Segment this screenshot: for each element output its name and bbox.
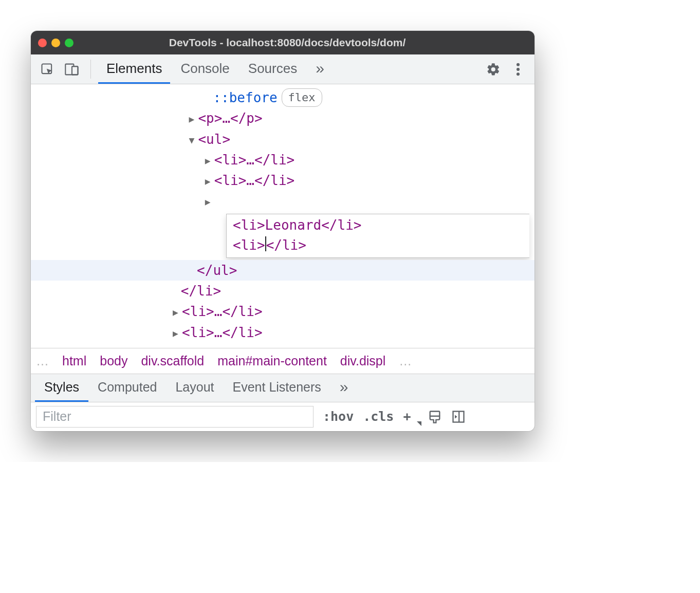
breadcrumb-overflow-left[interactable]: … — [36, 354, 49, 368]
tab-layout[interactable]: Layout — [166, 374, 223, 402]
hov-toggle[interactable]: :hov — [323, 409, 354, 424]
tab-styles[interactable]: Styles — [35, 374, 88, 402]
breadcrumb-item[interactable]: html — [62, 354, 86, 368]
plus-icon: + — [403, 409, 411, 424]
tab-computed[interactable]: Computed — [88, 374, 166, 402]
styles-tabs-overflow[interactable]: » — [330, 374, 358, 402]
styles-filter-input[interactable]: Filter — [36, 406, 314, 428]
toolbar-separator — [90, 60, 91, 79]
main-toolbar: Elements Console Sources » — [31, 54, 535, 84]
svg-point-4 — [517, 63, 520, 66]
tab-label: Elements — [106, 61, 162, 77]
dom-node-row[interactable]: ▶<li>…</li> — [31, 150, 535, 170]
tab-label: Layout — [175, 380, 214, 395]
dom-node-row[interactable]: </ul> — [31, 260, 535, 281]
dom-node: <li>…</li> — [182, 304, 263, 319]
html-edit-box[interactable]: <li>Leonard</li> <li></li> — [226, 214, 529, 258]
tab-console[interactable]: Console — [172, 54, 237, 84]
dom-node: </li> — [181, 283, 221, 299]
tab-label: Computed — [98, 380, 157, 395]
device-toolbar-icon[interactable] — [61, 54, 83, 84]
dom-node-row[interactable]: ▶<p>…</p> — [31, 108, 535, 128]
breadcrumb-item[interactable]: div.scaffold — [141, 354, 204, 368]
window-close-button[interactable] — [38, 39, 47, 47]
tab-event-listeners[interactable]: Event Listeners — [224, 374, 330, 402]
breadcrumb-item[interactable]: main#main-content — [217, 354, 327, 368]
dom-node-row[interactable]: ▶<li>…</li> — [31, 301, 535, 322]
chevron-right-icon: » — [316, 60, 324, 77]
breadcrumb-item[interactable]: div.displ — [340, 354, 385, 368]
svg-point-5 — [517, 67, 520, 70]
tab-label: Styles — [44, 380, 79, 395]
tab-sources[interactable]: Sources — [240, 54, 305, 84]
svg-point-6 — [517, 72, 520, 76]
svg-rect-0 — [42, 64, 52, 73]
tab-label: Sources — [248, 61, 297, 77]
titlebar: DevTools - localhost:8080/docs/devtools/… — [31, 31, 535, 54]
svg-rect-7 — [430, 411, 440, 416]
expand-icon[interactable]: ▶ — [205, 195, 214, 209]
breadcrumb-item[interactable]: body — [100, 354, 127, 368]
window-zoom-button[interactable] — [65, 39, 73, 47]
window-minimize-button[interactable] — [51, 39, 60, 47]
dom-node-row[interactable]: ▼<ul> — [31, 129, 535, 150]
computed-panel-toggle[interactable] — [451, 410, 466, 424]
new-style-rule-button[interactable]: + — [403, 409, 418, 424]
dom-tree[interactable]: ::beforeflex ▶<p>…</p> ▼<ul> ▶<li>…</li>… — [31, 84, 535, 348]
brush-icon — [428, 410, 442, 424]
dom-node: <li>…</li> — [214, 152, 295, 168]
cls-toggle[interactable]: .cls — [363, 409, 394, 424]
dom-node: <p>…</p> — [198, 110, 262, 126]
dom-node-row[interactable]: ▶<li>…</li> — [31, 322, 535, 343]
rendering-emulations-button[interactable] — [428, 410, 442, 424]
gear-icon — [486, 62, 501, 77]
expand-icon[interactable]: ▶ — [205, 174, 214, 189]
devtools-window: DevTools - localhost:8080/docs/devtools/… — [31, 31, 535, 431]
expand-icon[interactable]: ▶ — [205, 154, 214, 168]
settings-button[interactable] — [482, 62, 505, 77]
breadcrumb-overflow-right[interactable]: … — [399, 354, 412, 368]
tab-label: Console — [180, 61, 229, 77]
chevron-right-icon: » — [340, 378, 348, 396]
dom-node: </ul> — [197, 263, 237, 278]
more-vertical-icon — [515, 62, 521, 77]
placeholder-text: Filter — [43, 409, 71, 424]
tab-elements[interactable]: Elements — [98, 54, 170, 84]
collapse-icon[interactable]: ▼ — [189, 133, 198, 147]
inspect-element-icon[interactable] — [36, 54, 59, 84]
dom-node-row[interactable]: ▶ — [31, 191, 535, 211]
expand-icon[interactable]: ▶ — [173, 326, 182, 341]
tab-label: Event Listeners — [233, 380, 321, 395]
dom-pseudo-row[interactable]: ::beforeflex — [31, 87, 535, 108]
flex-badge[interactable]: flex — [282, 88, 322, 107]
dom-node: <li>…</li> — [214, 173, 295, 188]
dom-node: <ul> — [198, 132, 230, 147]
breadcrumb: … html body div.scaffold main#main-conte… — [31, 348, 535, 374]
dom-node-row[interactable]: ▶<li>…</li> — [31, 170, 535, 191]
dom-node: <li>…</li> — [182, 325, 263, 340]
expand-icon[interactable]: ▶ — [173, 305, 182, 320]
kebab-menu-button[interactable] — [507, 62, 529, 77]
expand-icon[interactable]: ▶ — [189, 112, 198, 126]
styles-toolbar: Filter :hov .cls + — [31, 402, 535, 431]
styles-pane-tabs: Styles Computed Layout Event Listeners » — [31, 374, 535, 402]
window-title: DevTools - localhost:8080/docs/devtools/… — [78, 36, 527, 49]
dom-node-row[interactable]: </li> — [31, 281, 535, 301]
svg-rect-2 — [72, 66, 78, 75]
pseudo-before: ::before — [213, 90, 277, 105]
tabs-overflow-button[interactable]: » — [307, 54, 333, 84]
sidebar-collapse-icon — [451, 410, 466, 424]
